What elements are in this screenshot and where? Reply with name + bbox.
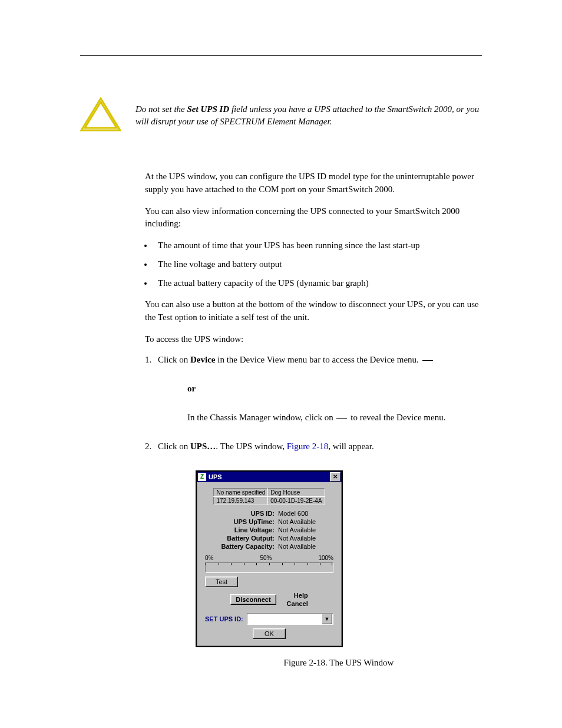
grid-r1c1: No name specified (214, 488, 268, 496)
grid-r2c1: 172.19.59.143 (214, 496, 268, 505)
step-1-c: in the Device View menu bar to access th… (215, 355, 418, 364)
para-1: At the UPS window, you can configure the… (145, 170, 482, 196)
manual-page: Do not set the Set UPS ID field unless y… (0, 0, 562, 715)
cap-value: Not Available (278, 543, 316, 550)
para-2: You can also view information concerning… (145, 205, 482, 231)
titlebar: Z UPS ✕ (197, 472, 342, 482)
cap-label: Battery Capacity: (205, 543, 278, 550)
chevron-down-icon[interactable]: ▼ (322, 614, 332, 624)
bullet-3: The actual battery capacity of the UPS (… (153, 277, 482, 290)
grid-r1c2: Dog House (268, 488, 325, 496)
step-alt: In the Chassis Manager window, click on … (187, 413, 482, 423)
scale-100: 100% (318, 555, 333, 561)
em-dash-1 (422, 360, 433, 361)
line-value: Not Available (278, 526, 316, 533)
uptime-label: UPS UpTime: (205, 518, 278, 525)
ups-id-value: Model 600 (278, 510, 308, 517)
step-2-a: Click on (158, 442, 190, 451)
or-label: or (187, 384, 196, 393)
ups-window: Z UPS ✕ No name specified Dog House 172.… (196, 470, 343, 647)
para-4: To access the UPS window: (145, 333, 482, 346)
caution-icon (80, 97, 121, 135)
step-2: 2. Click on UPS…. The UPS window, Figure… (145, 442, 482, 452)
scale-50: 50% (260, 555, 272, 561)
ups-id-label: UPS ID: (205, 510, 278, 517)
line-label: Line Voltage: (205, 526, 278, 533)
help-link[interactable]: Help (287, 592, 308, 599)
step-alt-a: In the Chassis Manager window, click on (187, 413, 335, 422)
ok-row: OK (197, 628, 342, 639)
em-dash-icon (336, 418, 347, 419)
capacity-scale: 0% 50% 100% (205, 555, 333, 561)
step-2-kw: UPS… (190, 442, 216, 451)
grid-r2c2: 00-00-1D-19-2E-4A (268, 496, 325, 505)
step-1: 1. Click on Device in the Device View me… (145, 355, 482, 365)
caution-text-before: Do not set the (135, 104, 187, 114)
window-title: UPS (209, 473, 330, 480)
batt-label: Battery Output: (205, 535, 278, 542)
caution-bold: Set UPS ID (187, 104, 230, 114)
right-links: Help Cancel (287, 592, 308, 607)
step-alt-c: to reveal the Device menu. (351, 413, 445, 422)
body-column: At the UPS window, you can configure the… (145, 170, 482, 668)
close-icon[interactable]: ✕ (330, 472, 340, 482)
device-info-grid: No name specified Dog House 172.19.59.14… (213, 488, 325, 505)
cancel-link[interactable]: Cancel (287, 600, 308, 607)
bullet-1: The amount of time that your UPS has bee… (153, 239, 482, 252)
capacity-bar (205, 562, 333, 573)
fields: UPS ID:Model 600 UPS UpTime:Not Availabl… (205, 510, 333, 550)
top-rule (80, 55, 482, 56)
caution-block: Do not set the Set UPS ID field unless y… (80, 97, 482, 135)
test-row: Test (205, 577, 333, 587)
test-button[interactable]: Test (205, 577, 238, 587)
set-ups-label: SET UPS ID: (205, 615, 243, 622)
svg-marker-1 (85, 102, 117, 128)
disconnect-button[interactable]: Disconnect (230, 594, 276, 605)
step-2-num: 2. (145, 442, 158, 452)
ok-button[interactable]: OK (253, 628, 286, 639)
figure-ups-window: Z UPS ✕ No name specified Dog House 172.… (196, 470, 482, 668)
bullet-2: The line voltage and battery output (153, 258, 482, 271)
batt-value: Not Available (278, 535, 316, 542)
figure-caption: Figure 2-18. The UPS Window (196, 658, 482, 668)
step-2-c: . The UPS window, (216, 442, 286, 451)
step-1-a: Click on (158, 355, 190, 364)
para-3: You can also use a button at the bottom … (145, 298, 482, 324)
uptime-value: Not Available (278, 518, 316, 525)
set-ups-row: SET UPS ID: ▼ (205, 613, 333, 625)
app-icon: Z (198, 473, 206, 481)
scale-0: 0% (205, 555, 213, 561)
set-ups-dropdown[interactable]: ▼ (247, 613, 333, 625)
caution-text: Do not set the Set UPS ID field unless y… (135, 97, 482, 135)
bullet-list: The amount of time that your UPS has bee… (145, 239, 482, 289)
step-1-num: 1. (145, 355, 158, 365)
step-2-link[interactable]: Figure 2-18 (287, 442, 328, 451)
step-or: or (187, 384, 482, 394)
mid-row: Disconnect Help Cancel (205, 592, 333, 607)
step-1-kw: Device (190, 355, 215, 364)
step-2-d: , will appear. (328, 442, 373, 451)
